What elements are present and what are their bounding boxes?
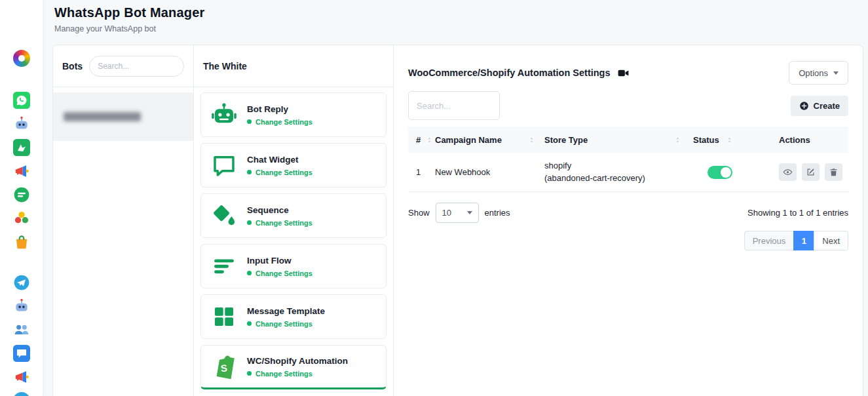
create-button[interactable]: Create xyxy=(791,96,848,116)
settings-card-label: Sequence xyxy=(247,205,312,215)
delete-button[interactable] xyxy=(825,163,842,181)
telegram-icon[interactable] xyxy=(13,274,30,291)
green-chat-bubble-icon[interactable] xyxy=(13,186,30,203)
table-header-row: # Campaign Name Store Type Status xyxy=(408,127,848,153)
status-toggle[interactable] xyxy=(708,166,732,179)
edit-button[interactable] xyxy=(802,163,820,181)
selected-bot-name: The White xyxy=(203,61,247,71)
settings-card-label: Bot Reply xyxy=(247,104,312,114)
main-content: WhatsApp Bot Manager Manage your WhatsAp… xyxy=(43,0,868,396)
column-header-actions: Actions xyxy=(779,135,848,145)
settings-card-bot-reply[interactable]: Bot Reply Change Settings xyxy=(200,92,387,137)
chevron-down-icon xyxy=(467,211,472,214)
settings-card-wc-shopify-automation[interactable]: S WC/Shopify Automation Change Settings xyxy=(200,345,387,389)
settings-card-input-flow[interactable]: Input Flow Change Settings xyxy=(200,244,387,288)
settings-card-label: Message Template xyxy=(247,306,325,316)
page-1-button[interactable]: 1 xyxy=(793,231,814,250)
partial-app-icon[interactable] xyxy=(13,392,30,396)
change-settings-link[interactable]: Change Settings xyxy=(255,168,312,176)
store-type-line1: shopify xyxy=(544,160,645,172)
blue-chat-app-icon[interactable] xyxy=(13,345,30,362)
view-button[interactable] xyxy=(779,163,797,181)
table-search-input[interactable] xyxy=(408,91,500,120)
app-icon-rail xyxy=(0,0,43,396)
page-subtitle: Manage your WhatsApp bot xyxy=(54,24,868,33)
settings-card-label: Input Flow xyxy=(247,256,312,266)
whatsapp-icon[interactable] xyxy=(13,92,30,109)
status-dot xyxy=(247,170,252,174)
input-flow-icon xyxy=(210,252,238,280)
bot-list-item[interactable] xyxy=(53,92,193,141)
bot-manager-card: Bots The White Bot Reply xyxy=(52,45,863,396)
video-tutorial-icon[interactable] xyxy=(617,67,630,79)
bots-panel: Bots xyxy=(53,45,194,396)
eye-icon xyxy=(783,167,793,177)
chat-widget-icon xyxy=(210,151,238,179)
page-size-value: 10 xyxy=(442,208,451,218)
options-button[interactable]: Options xyxy=(789,61,848,85)
page-size-select[interactable]: 10 xyxy=(436,203,479,223)
entries-summary: Showing 1 to 1 of 1 entries xyxy=(747,208,848,218)
store-type-cell: shopify (abandoned-cart-recovery) xyxy=(544,160,693,185)
change-settings-link[interactable]: Change Settings xyxy=(255,219,312,227)
bot-settings-panel: The White Bot Reply Change Settings xyxy=(194,45,394,396)
change-settings-link[interactable]: Change Settings xyxy=(255,269,312,277)
bot-reply-icon xyxy=(210,101,238,129)
section-title: WooCommerce/Shopify Automation Settings xyxy=(408,68,611,78)
bots-search-input[interactable] xyxy=(89,56,184,77)
megaphone-icon-2[interactable] xyxy=(13,368,30,386)
users-group-icon[interactable] xyxy=(13,321,30,338)
shopping-bag-icon[interactable] xyxy=(13,233,30,250)
robot-blue-icon[interactable] xyxy=(13,115,30,132)
change-settings-link[interactable]: Change Settings xyxy=(255,320,312,328)
status-dot xyxy=(247,321,252,326)
automation-table: # Campaign Name Store Type Status xyxy=(408,127,848,192)
status-dot xyxy=(247,371,252,376)
status-dot xyxy=(247,119,252,124)
column-header-store-type[interactable]: Store Type xyxy=(544,135,693,145)
table-row: 1 New Webhook shopify (abandoned-cart-re… xyxy=(408,153,848,192)
color-burst-icon[interactable] xyxy=(13,210,30,227)
trash-icon xyxy=(829,167,839,177)
change-settings-link[interactable]: Change Settings xyxy=(255,370,312,378)
settings-card-sequence[interactable]: Sequence Change Settings xyxy=(200,193,387,238)
actions-cell xyxy=(779,163,848,181)
column-header-status[interactable]: Status xyxy=(693,135,779,145)
status-cell xyxy=(693,166,779,179)
options-button-label: Options xyxy=(799,68,828,78)
sequence-icon xyxy=(210,202,238,229)
app-logo-icon[interactable] xyxy=(13,50,30,67)
status-dot xyxy=(247,271,252,275)
campaign-name-cell: New Webhook xyxy=(435,167,544,177)
sort-icon xyxy=(674,136,681,144)
message-template-icon xyxy=(210,303,238,330)
settings-card-chat-widget[interactable]: Chat Widget Change Settings xyxy=(200,143,387,188)
plus-circle-icon xyxy=(799,101,809,111)
green-messenger-icon[interactable] xyxy=(13,139,30,156)
change-settings-link[interactable]: Change Settings xyxy=(255,118,312,126)
row-number-cell: 1 xyxy=(408,167,435,177)
settings-card-message-template[interactable]: Message Template Change Settings xyxy=(200,294,387,339)
page-title: WhatsApp Bot Manager xyxy=(54,5,868,20)
next-page-button[interactable]: Next xyxy=(814,231,848,250)
svg-text:S: S xyxy=(220,363,228,374)
bot-name-redacted xyxy=(64,112,141,121)
pagination: Previous 1 Next xyxy=(744,231,848,250)
column-header-number[interactable]: # xyxy=(408,135,435,145)
robot-blue-icon-2[interactable] xyxy=(13,298,30,315)
settings-card-label: WC/Shopify Automation xyxy=(247,356,348,366)
create-button-label: Create xyxy=(814,101,840,111)
settings-card-label: Chat Widget xyxy=(247,155,312,165)
page-header: WhatsApp Bot Manager Manage your WhatsAp… xyxy=(43,0,868,33)
megaphone-icon[interactable] xyxy=(13,163,30,180)
shopify-icon: S xyxy=(210,353,238,380)
column-header-campaign-name[interactable]: Campaign Name xyxy=(435,135,544,145)
entries-label: entries xyxy=(485,208,510,218)
previous-page-button[interactable]: Previous xyxy=(744,231,795,250)
status-dot xyxy=(247,220,252,225)
toggle-knob xyxy=(721,167,731,178)
caret-down-icon xyxy=(833,71,839,75)
sort-icon xyxy=(726,136,733,144)
sort-icon xyxy=(426,136,433,144)
edit-icon xyxy=(806,167,816,177)
